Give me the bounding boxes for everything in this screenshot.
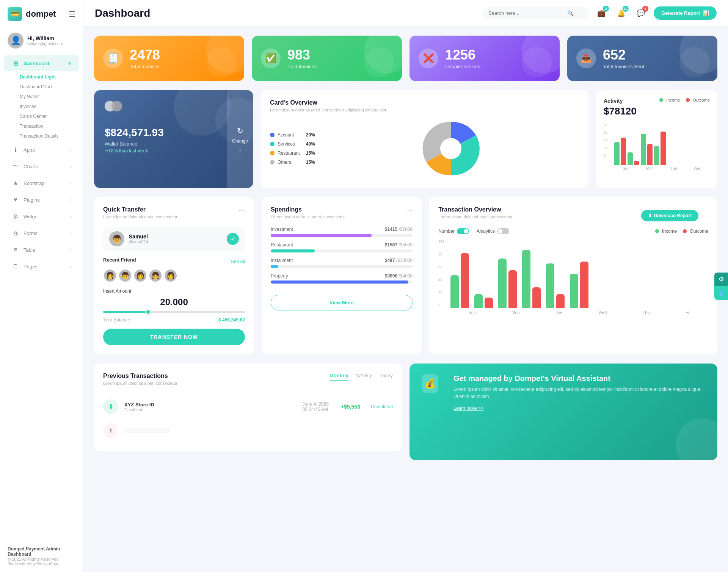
user-email: william@gmail.com xyxy=(27,41,63,46)
quick-transfer-menu[interactable]: ⋯ xyxy=(238,206,245,215)
overview-header: Transaction Overview Lorem ipsum dolor s… xyxy=(438,206,708,225)
friend-avatar-2[interactable]: 👦 xyxy=(118,269,132,282)
table-row: ⬇ XYZ Store ID Cashback June 4, 2020 05:… xyxy=(103,395,393,419)
sidebar-item-my-wallet[interactable]: My Wallet xyxy=(20,92,83,102)
toggle-analytics[interactable]: Analytics xyxy=(477,228,509,234)
stat-cards-row: 🧾 2478 Total Invoices ✅ 983 Paid Invoice… xyxy=(94,36,717,81)
download-report-button[interactable]: ⬇ Download Report xyxy=(641,210,698,221)
label-thu-big: Thu xyxy=(643,310,650,315)
outcome-dot xyxy=(686,98,690,102)
toggle-number[interactable]: Number xyxy=(438,228,469,234)
main-content: Dashboard 🔍 💼 2 🔔 12 💬 5 Generate Report… xyxy=(83,0,728,572)
friend-avatar-3[interactable]: 👩 xyxy=(133,269,147,282)
chat-icon-btn[interactable]: 💬 5 xyxy=(634,6,648,20)
sidebar-item-forms[interactable]: 🖨 Forms › xyxy=(4,225,79,241)
right-floating-buttons: ⚙ 💧 xyxy=(714,273,728,300)
fri-income-big xyxy=(570,274,578,308)
sidebar-item-charts[interactable]: 〰 Charts › xyxy=(4,158,79,174)
charts-arrow: › xyxy=(70,164,72,169)
tab-today[interactable]: Today xyxy=(380,373,393,381)
analytics-switch[interactable] xyxy=(497,228,509,234)
sidebar-item-dashboard[interactable]: ⊞ Dashboard ▼ xyxy=(4,55,79,71)
friend-avatar-1[interactable]: 👩 xyxy=(103,269,117,282)
outcome-label: Outcome xyxy=(693,98,710,102)
amount-slider[interactable] xyxy=(103,311,245,313)
va-bg-circle xyxy=(676,418,717,460)
label-wed-big: Wed xyxy=(598,310,607,315)
sidebar: 💳 dompet ☰ 👤 Hi, William william@gmail.c… xyxy=(0,0,83,572)
bootstrap-arrow: › xyxy=(70,181,72,185)
logo-text: dompet xyxy=(26,9,56,19)
label-tue-big: Tue xyxy=(555,310,563,315)
number-switch[interactable] xyxy=(457,228,469,234)
apps-label: Apps xyxy=(24,147,35,153)
others-pct: 15% xyxy=(306,160,315,165)
sidebar-item-pages[interactable]: 🗒 Pages › xyxy=(4,259,79,274)
settings-float-button[interactable]: ⚙ xyxy=(714,273,728,286)
transfer-user-handle: @sam224 xyxy=(129,240,148,244)
big-bar-sun xyxy=(450,253,469,308)
wallet-label: Wallet Balance xyxy=(105,141,243,147)
page-title: Dashboard xyxy=(95,7,150,19)
overview-outcome-dot xyxy=(683,229,687,233)
header: Dashboard 🔍 💼 2 🔔 12 💬 5 Generate Report… xyxy=(83,0,728,27)
va-learn-more-link[interactable]: Learn more >> xyxy=(453,406,483,411)
view-more-button[interactable]: View More xyxy=(271,295,413,310)
quick-transfer-title: Quick Transfer xyxy=(103,206,177,213)
bell-icon-btn[interactable]: 🔔 12 xyxy=(614,6,628,20)
sidebar-item-table[interactable]: ≡ Table › xyxy=(4,242,79,258)
total-sent-icon: 📤 xyxy=(576,49,596,68)
transfer-now-button[interactable]: TRANSFER NOW xyxy=(103,329,245,345)
sun-outcome-big xyxy=(461,253,469,308)
see-all-link[interactable]: See All xyxy=(231,259,245,264)
spendings-menu[interactable]: ⋯ xyxy=(406,206,413,215)
activity-y-axis: 020406080 xyxy=(604,123,607,165)
income-label: Income xyxy=(666,98,680,102)
overview-menu[interactable]: ⋯ xyxy=(701,212,708,220)
cards-overview-panel: Card's Overview Lorem ipsum dolor sit am… xyxy=(261,90,588,188)
label-mon: Mon xyxy=(646,166,653,171)
sidebar-item-plugins[interactable]: ♥ Plugins › xyxy=(4,192,79,208)
sidebar-item-invoices[interactable]: Invoices xyxy=(20,102,83,111)
download-label: Download Report xyxy=(654,213,692,218)
activity-x-labels: Sun Mon Tue Wed xyxy=(604,166,710,171)
total-invoices-number: 2478 xyxy=(130,47,160,63)
hamburger-menu[interactable]: ☰ xyxy=(69,9,75,19)
big-bar-mon xyxy=(474,294,493,308)
search-input[interactable] xyxy=(488,10,564,16)
change-button[interactable]: ↻ Change ⌄ xyxy=(227,90,253,188)
friend-avatar-4[interactable]: 👧 xyxy=(149,269,162,282)
transfer-user-name: Samuel xyxy=(129,234,148,240)
sidebar-item-widget[interactable]: ⚙ Widget › xyxy=(4,208,79,224)
check-button[interactable]: ✓ xyxy=(227,233,239,245)
sidebar-item-bootstrap[interactable]: ★ Bootstrap › xyxy=(4,175,79,191)
mon-income-big xyxy=(474,294,483,308)
water-float-button[interactable]: 💧 xyxy=(714,286,728,300)
friend-avatar-5[interactable]: 👩 xyxy=(164,269,177,282)
va-text: Get managed by Dompet's Virtual Assistan… xyxy=(453,374,705,411)
sidebar-item-dashboard-dark[interactable]: Dashboard Dark xyxy=(20,82,83,92)
overview-legend: Income Outcome xyxy=(655,229,708,234)
widget-label: Widget xyxy=(24,214,39,219)
tx-type: Cashback xyxy=(124,407,154,412)
va-desc: Lorem ipsum dolor sit amet, consectetur … xyxy=(453,386,705,400)
user-info: Hi, William william@gmail.com xyxy=(27,35,63,46)
dashboard-submenu: Dashboard Light Dashboard Dark My Wallet… xyxy=(0,72,83,141)
wallet-icon-btn[interactable]: 💼 2 xyxy=(595,6,608,20)
search-box[interactable]: 🔍 xyxy=(482,7,588,19)
label-wed: Wed xyxy=(693,166,701,171)
activity-amount: $78120 xyxy=(604,105,637,117)
sidebar-item-dashboard-light[interactable]: Dashboard Light xyxy=(20,72,83,82)
sidebar-item-cards-center[interactable]: Cards Center xyxy=(20,111,83,121)
sidebar-footer: Dompet Payment Admin Dashboard © 2021 Al… xyxy=(0,540,83,572)
tab-monthly[interactable]: Monthly xyxy=(329,373,348,381)
wallet-badge: 2 xyxy=(603,6,609,12)
generate-report-label: Generate Report xyxy=(661,10,700,16)
sidebar-item-transaction-details[interactable]: Transaction Details xyxy=(20,131,83,141)
stat-card-paid-invoices: ✅ 983 Paid Invoices xyxy=(252,36,402,81)
sidebar-item-transaction[interactable]: Transaction xyxy=(20,121,83,131)
generate-report-button[interactable]: Generate Report 📊 xyxy=(654,6,717,20)
tab-weekly[interactable]: Weekly xyxy=(356,373,372,381)
sidebar-item-apps[interactable]: ℹ Apps › xyxy=(4,142,79,158)
restaurant-label: Restaurant xyxy=(278,150,300,156)
